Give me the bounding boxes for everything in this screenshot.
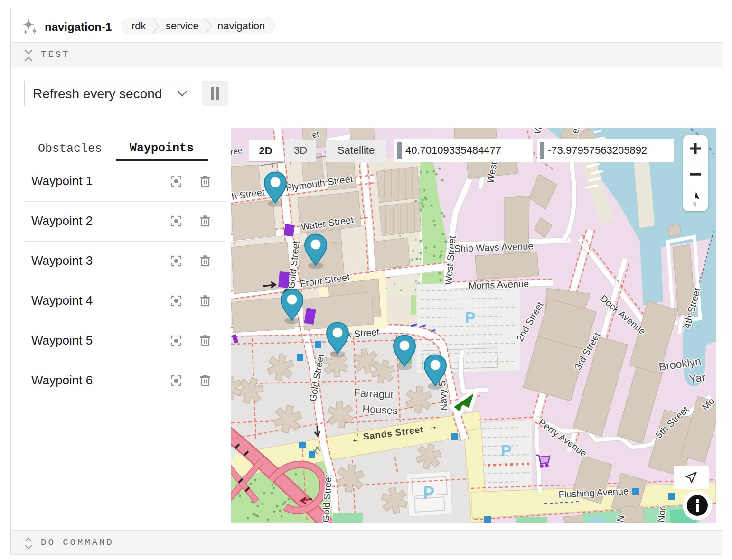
svg-text:→: → [427, 420, 438, 431]
svg-text:P: P [423, 483, 434, 503]
svg-text:Nor: Nor [656, 506, 667, 523]
svg-text:←: ← [350, 433, 361, 444]
svg-text:P: P [501, 441, 512, 459]
svg-text:Farragut: Farragut [354, 387, 394, 401]
svg-text:Yar: Yar [688, 371, 706, 385]
svg-text:P: P [465, 308, 476, 327]
svg-text:Houses: Houses [362, 403, 398, 417]
svg-text:Morris Avenue: Morris Avenue [468, 279, 529, 291]
